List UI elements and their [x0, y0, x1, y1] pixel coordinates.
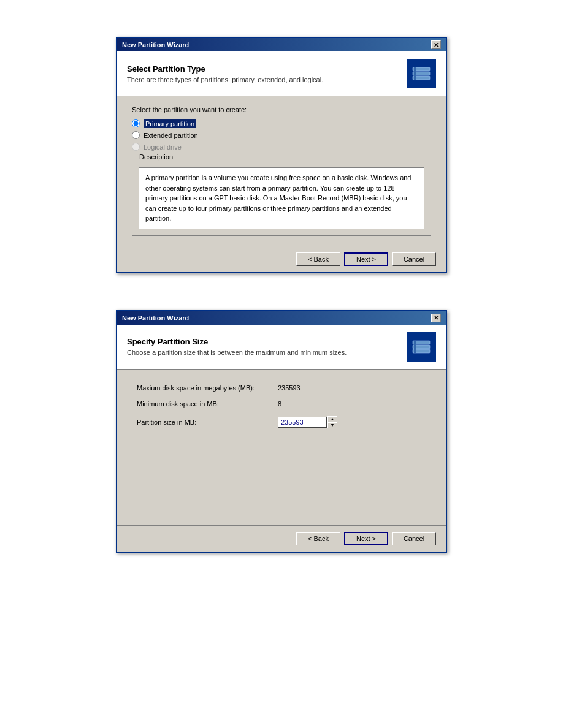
back-button-2[interactable]: < Back: [296, 532, 340, 545]
spinner-up-button[interactable]: ▲: [327, 416, 337, 422]
primary-partition-text: Primary partition: [144, 119, 196, 128]
max-disk-label: Maxium disk space in megabytes (MB):: [137, 384, 278, 392]
wizard-body-1: Select the partition you want to create:…: [117, 96, 446, 246]
wizard-body-2: Maxium disk space in megabytes (MB): 235…: [117, 370, 446, 525]
titlebar-2-label: New Partition Wizard: [122, 314, 189, 322]
max-disk-row: Maxium disk space in megabytes (MB): 235…: [137, 384, 426, 392]
titlebar-1-label: New Partition Wizard: [122, 41, 189, 48]
partition-size-row: Partition size in MB: ▲ ▼: [137, 416, 426, 428]
wizard-heading-1: Select Partition Type: [127, 64, 323, 74]
cancel-button-2[interactable]: Cancel: [392, 532, 436, 545]
cancel-button-1[interactable]: Cancel: [392, 252, 436, 266]
radio-extended-label[interactable]: Extended partition: [144, 132, 198, 139]
titlebar-1: New Partition Wizard ✕: [117, 38, 446, 51]
spinner-down-button[interactable]: ▼: [327, 422, 337, 428]
wizard-footer-1: < Back Next > Cancel: [117, 246, 446, 272]
max-disk-value: 235593: [278, 384, 301, 392]
partition-size-input[interactable]: [278, 417, 327, 428]
radio-logical-label: Logical drive: [144, 143, 182, 151]
radio-logical-input: [132, 143, 140, 151]
select-label-1: Select the partition you want to create:: [132, 106, 431, 113]
description-text: A primary partition is a volume you crea…: [139, 167, 424, 229]
wizard-footer-2: < Back Next > Cancel: [117, 525, 446, 552]
wizard-header-text-1: Select Partition Type There are three ty…: [127, 64, 323, 83]
wizard-header-1: Select Partition Type There are three ty…: [117, 51, 446, 96]
radio-primary[interactable]: Primary partition: [132, 119, 431, 127]
svg-rect-7: [414, 341, 416, 353]
description-group: Description A primary partition is a vol…: [132, 157, 431, 236]
description-group-label: Description: [137, 153, 175, 161]
dialog1-partition-type: New Partition Wizard ✕ Select Partition …: [116, 37, 447, 273]
min-disk-value: 8: [278, 400, 282, 408]
size-spinner[interactable]: ▲ ▼: [327, 416, 337, 428]
titlebar-2: New Partition Wizard ✕: [117, 311, 446, 325]
radio-primary-input[interactable]: [132, 119, 140, 127]
wizard-icon-2: [407, 332, 436, 362]
spinner-up-icon: ▲: [331, 417, 335, 421]
radio-extended[interactable]: Extended partition: [132, 131, 431, 139]
svg-rect-3: [414, 67, 416, 80]
close-icon-2: ✕: [434, 314, 439, 321]
dialog2-partition-size: New Partition Wizard ✕ Specify Partition…: [116, 310, 447, 553]
partition-size-wizard: New Partition Wizard ✕ Specify Partition…: [116, 310, 447, 553]
wizard-heading-2: Specify Partition Size: [127, 337, 347, 346]
wizard-subtext-2: Choose a partition size that is between …: [127, 349, 347, 356]
min-disk-row: Minimum disk space in MB: 8: [137, 400, 426, 408]
partition-size-label: Partition size in MB:: [137, 419, 278, 426]
partition-size-input-wrapper[interactable]: ▲ ▼: [278, 416, 337, 428]
close-icon-1: ✕: [434, 42, 439, 48]
close-button-1[interactable]: ✕: [431, 40, 441, 49]
body-spacer: [137, 437, 426, 510]
wizard-subtext-1: There are three types of partitions: pri…: [127, 76, 323, 83]
close-button-2[interactable]: ✕: [431, 314, 441, 322]
wizard-header-text-2: Specify Partition Size Choose a partitio…: [127, 337, 347, 356]
wizard-icon-1: [407, 59, 436, 88]
wizard-header-2: Specify Partition Size Choose a partitio…: [117, 325, 446, 370]
radio-extended-input[interactable]: [132, 131, 140, 139]
radio-primary-label[interactable]: Primary partition: [144, 120, 196, 127]
min-disk-label: Minimum disk space in MB:: [137, 400, 278, 408]
back-button-1[interactable]: < Back: [296, 252, 340, 266]
disk-stack-icon: [410, 63, 432, 85]
next-button-1[interactable]: Next >: [344, 252, 388, 266]
partition-type-wizard: New Partition Wizard ✕ Select Partition …: [116, 37, 447, 273]
radio-logical: Logical drive: [132, 143, 431, 151]
next-button-2[interactable]: Next >: [344, 532, 388, 545]
disk-stack-icon-2: [410, 336, 432, 358]
spinner-down-icon: ▼: [331, 423, 335, 427]
